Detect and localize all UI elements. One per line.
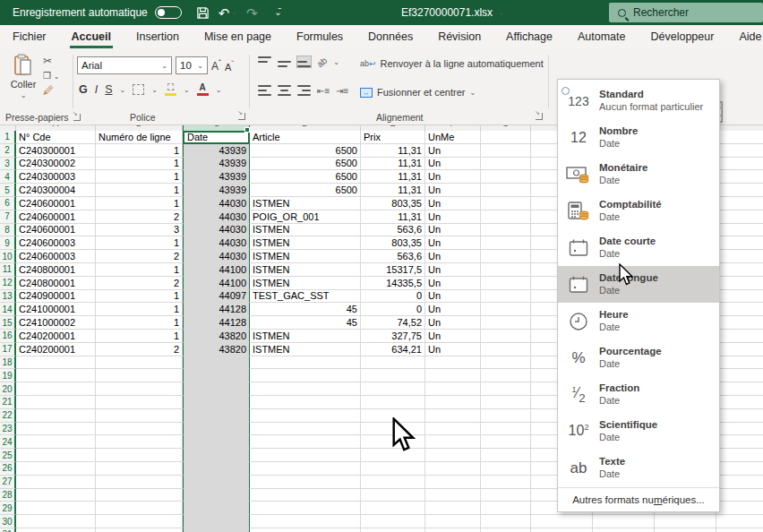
cell-G14[interactable] (481, 303, 531, 316)
row-header-3[interactable]: 3 (0, 158, 16, 171)
cell-x1019[interactable] (716, 369, 763, 382)
format-painter-icon[interactable]: 🖉 (43, 84, 59, 97)
cell-A5[interactable]: C240300004 (16, 184, 96, 197)
cell-A19[interactable] (16, 369, 96, 382)
autosave-control[interactable]: Enregistrement automatique (0, 6, 182, 19)
cell-A9[interactable]: C240600003 (16, 236, 96, 250)
cell-B24[interactable] (96, 435, 183, 449)
cell-G12[interactable] (481, 277, 531, 290)
cell-D21[interactable] (250, 396, 361, 409)
cell-F29[interactable] (425, 502, 481, 515)
cell-A2[interactable]: C240300001 (16, 144, 96, 158)
cell-A14[interactable]: C241000001 (16, 303, 96, 316)
row-header-21[interactable]: 21 (0, 396, 16, 409)
cell-B18[interactable] (96, 356, 183, 370)
menu-item-comptabilite[interactable]: ComptabilitéDate (558, 193, 719, 229)
search-box[interactable]: Rechercher (609, 3, 763, 22)
cell-C4[interactable]: 43939 (183, 170, 250, 184)
cell-x1015[interactable] (716, 316, 763, 330)
cell-C23[interactable] (183, 423, 250, 436)
cell-G25[interactable] (481, 449, 531, 462)
cell-F14[interactable]: Un (425, 303, 481, 316)
menu-item-date-longue[interactable]: Date longueDate (558, 266, 719, 303)
undo-chevron-icon[interactable]: ⌄ (231, 9, 237, 16)
cell-E12[interactable]: 14335,5 (361, 277, 425, 290)
cell-B2[interactable]: 1 (96, 144, 183, 158)
orientation-chevron-icon[interactable]: ⌄ (333, 58, 339, 66)
paste-button[interactable]: Coller ⌄ (7, 54, 39, 109)
cell-F22[interactable] (425, 409, 481, 423)
cell-G11[interactable] (481, 263, 531, 277)
cell-G1[interactable] (481, 131, 531, 144)
cell-x931[interactable] (655, 528, 716, 532)
cell-G21[interactable] (481, 396, 531, 409)
cell-x101[interactable] (716, 131, 763, 144)
cell-C10[interactable]: 44030 (183, 250, 250, 263)
row-header-26[interactable]: 26 (0, 462, 16, 476)
row-header-30[interactable]: 30 (0, 515, 16, 528)
cell-B9[interactable]: 1 (96, 236, 183, 250)
cell-F23[interactable] (425, 423, 481, 436)
row-header-25[interactable]: 25 (0, 449, 16, 462)
cell-C11[interactable]: 44100 (183, 263, 250, 277)
cell-x1016[interactable] (716, 330, 763, 343)
menu-item-heure[interactable]: HeureDate (558, 303, 719, 339)
cell-D9[interactable]: ISTMEN (250, 236, 361, 250)
cell-x1018[interactable] (716, 356, 763, 370)
cell-x1028[interactable] (716, 489, 763, 502)
cell-G13[interactable] (481, 290, 531, 304)
cell-E3[interactable]: 11,31 (361, 158, 425, 171)
cell-D6[interactable]: ISTMEN (250, 197, 361, 210)
cell-G31[interactable] (481, 528, 531, 532)
cell-B8[interactable]: 3 (96, 224, 183, 237)
cell-A16[interactable]: C240200001 (16, 330, 96, 343)
cell-A13[interactable]: C240900001 (16, 290, 96, 304)
cell-D12[interactable]: ISTMEN (250, 277, 361, 290)
row-header-5[interactable]: 5 (0, 184, 16, 197)
cell-A17[interactable]: C240200001 (16, 343, 96, 356)
cell-B21[interactable] (96, 396, 183, 409)
cell-E22[interactable] (361, 409, 425, 423)
tab-automate[interactable]: Automate (565, 26, 639, 48)
tab-affichage[interactable]: Affichage (493, 26, 565, 48)
tab-mise-en-page[interactable]: Mise en page (192, 26, 284, 48)
cell-B16[interactable]: 1 (96, 330, 183, 343)
borders-icon[interactable] (133, 84, 144, 95)
more-number-formats-item[interactable]: Autres formats numériques... (558, 487, 719, 511)
cell-E10[interactable]: 563,6 (361, 250, 425, 263)
alignment-dialog-launcher-icon[interactable] (536, 113, 543, 120)
cell-D5[interactable]: 6500 (250, 184, 361, 197)
cell-D17[interactable]: ISTMEN (250, 343, 361, 356)
cell-G30[interactable] (481, 515, 531, 528)
cell-B6[interactable]: 1 (96, 197, 183, 210)
cell-D24[interactable] (250, 435, 361, 449)
tab-accueil[interactable]: Accueil (59, 26, 124, 48)
cell-x1020[interactable] (716, 382, 763, 396)
cell-F4[interactable]: Un (425, 170, 481, 184)
cell-C13[interactable]: 44097 (183, 290, 250, 304)
cell-C18[interactable] (183, 356, 250, 370)
cell-x1027[interactable] (716, 476, 763, 489)
tab-aide[interactable]: Aide (726, 26, 763, 48)
redo-button[interactable]: ↷⌄ (246, 6, 265, 20)
menu-item-nombre[interactable]: 12NombreDate (558, 119, 719, 156)
cell-C7[interactable]: 44030 (183, 210, 250, 224)
decrease-indent-icon[interactable]: ⇤≡ (317, 86, 330, 96)
cell-F12[interactable]: Un (425, 277, 481, 290)
cell-G7[interactable] (481, 210, 531, 224)
cell-F11[interactable]: Un (425, 263, 481, 277)
cell-A3[interactable]: C240300002 (16, 158, 96, 171)
cell-E29[interactable] (361, 502, 425, 515)
cell-F7[interactable]: Un (425, 210, 481, 224)
cell-E26[interactable] (361, 462, 425, 476)
fill-color-button[interactable]: ⛶ (165, 83, 176, 96)
cell-A11[interactable]: C240800001 (16, 263, 96, 277)
cell-E15[interactable]: 74,52 (361, 316, 425, 330)
font-dialog-launcher-icon[interactable] (238, 113, 245, 120)
cell-F27[interactable] (425, 476, 481, 489)
cell-F30[interactable] (425, 515, 481, 528)
row-header-24[interactable]: 24 (0, 435, 16, 449)
cell-C28[interactable] (183, 489, 250, 502)
row-header-14[interactable]: 14 (0, 303, 16, 316)
cell-E1[interactable]: Prix (361, 131, 425, 144)
